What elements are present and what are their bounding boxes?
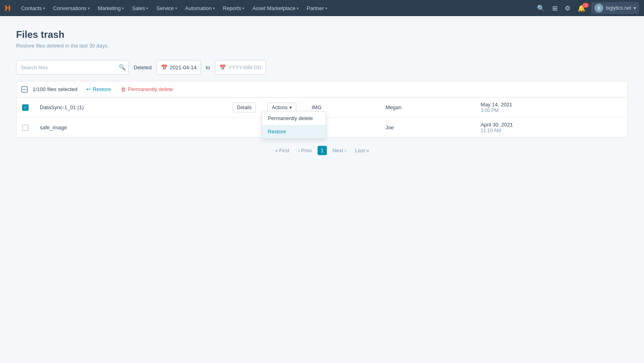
page-title: Files trash bbox=[16, 29, 628, 40]
chevron-down-icon: ▾ bbox=[297, 6, 299, 10]
dropdown-restore[interactable]: Restore bbox=[262, 125, 326, 138]
nav-right-actions: 🔍 ⊞ ⚙ 🔔 1 B biglytics.net ▾ bbox=[535, 2, 639, 14]
selected-count: 1/100 files selected bbox=[33, 86, 77, 92]
calendar-icon: 📅 bbox=[161, 64, 167, 71]
dropdown-permanently-delete[interactable]: Permanently delete bbox=[262, 112, 326, 125]
chevron-down-icon: ▾ bbox=[175, 6, 177, 10]
filter-bar: 🔍 Deleted 📅 2021-04-14 to 📅 YYYY-MM-DD bbox=[16, 60, 628, 75]
current-page-button[interactable]: 1 bbox=[318, 146, 327, 155]
user-account-button[interactable]: B biglytics.net ▾ bbox=[591, 2, 639, 14]
actions-label: Actions bbox=[272, 105, 287, 110]
deleted-label: Deleted bbox=[134, 64, 152, 71]
nav-asset-marketplace[interactable]: Asset Marketplace ▾ bbox=[248, 0, 303, 16]
date-to-placeholder: YYYY-MM-DD bbox=[228, 64, 262, 71]
chevron-down-icon: ▾ bbox=[634, 5, 636, 11]
date-from-picker[interactable]: 📅 2021-04-14 bbox=[157, 60, 201, 75]
to-label: to bbox=[206, 64, 210, 71]
restore-icon: ↩ bbox=[86, 86, 91, 92]
chevron-down-icon: ▾ bbox=[43, 6, 45, 10]
search-icon[interactable]: 🔍 bbox=[119, 64, 126, 71]
top-navigation: H Contacts ▾ Conversations ▾ Marketing ▾… bbox=[0, 0, 644, 16]
last-page-button[interactable]: Last » bbox=[352, 146, 372, 155]
chevron-down-icon: ▾ bbox=[122, 6, 124, 10]
nav-automation[interactable]: Automation ▾ bbox=[181, 0, 219, 16]
row-checkbox[interactable] bbox=[22, 124, 29, 131]
file-date: May 14, 2021 3:00 PM bbox=[475, 97, 627, 118]
page-subtitle: Restore files deleted in the last 30 day… bbox=[16, 43, 628, 49]
file-name: DataSync-1_01 (1) bbox=[40, 104, 84, 110]
nav-items: Contacts ▾ Conversations ▾ Marketing ▾ S… bbox=[17, 0, 535, 16]
table-row: DataSync-1_01 (1) Details Actions ▾ Perm… bbox=[17, 97, 628, 118]
nav-contacts[interactable]: Contacts ▾ bbox=[17, 0, 49, 16]
file-owner: Megan bbox=[380, 97, 475, 118]
chevron-down-icon: ▾ bbox=[213, 6, 215, 10]
date-to-picker[interactable]: 📅 YYYY-MM-DD bbox=[215, 60, 266, 75]
chevron-down-icon: ▾ bbox=[242, 6, 244, 10]
actions-button[interactable]: Actions ▾ bbox=[267, 103, 296, 112]
restore-button[interactable]: ↩ Restore bbox=[84, 85, 114, 94]
nav-conversations[interactable]: Conversations ▾ bbox=[49, 0, 94, 16]
actions-dropdown: Permanently delete Restore bbox=[262, 111, 326, 139]
search-icon[interactable]: 🔍 bbox=[535, 3, 547, 14]
first-page-button[interactable]: « First bbox=[272, 146, 293, 155]
chevron-down-icon: ▾ bbox=[88, 6, 90, 10]
select-all-checkbox[interactable] bbox=[21, 86, 28, 93]
prev-page-button[interactable]: ‹ Prev bbox=[295, 146, 315, 155]
nav-reports[interactable]: Reports ▾ bbox=[219, 0, 249, 16]
next-page-button[interactable]: Next › bbox=[329, 146, 349, 155]
notifications-bell[interactable]: 🔔 1 bbox=[576, 4, 587, 12]
row-checkbox[interactable] bbox=[22, 104, 29, 111]
avatar: B bbox=[594, 4, 603, 12]
pagination: « First ‹ Prev 1 Next › Last » bbox=[16, 146, 628, 155]
table-toolbar: 1/100 files selected ↩ Restore 🗑 Permane… bbox=[16, 81, 628, 97]
file-owner: Joe bbox=[380, 118, 475, 138]
search-input[interactable] bbox=[16, 60, 129, 75]
page-content: Files trash Restore files deleted in the… bbox=[0, 16, 644, 168]
chevron-right-icon: › bbox=[345, 147, 346, 153]
search-box: 🔍 bbox=[16, 60, 129, 75]
chevron-down-icon: ▾ bbox=[325, 6, 327, 10]
chevron-down-icon: ▾ bbox=[146, 6, 148, 10]
nav-marketing[interactable]: Marketing ▾ bbox=[94, 0, 128, 16]
chevron-down-icon: ▾ bbox=[289, 105, 292, 110]
nav-sales[interactable]: Sales ▾ bbox=[128, 0, 153, 16]
nav-partner[interactable]: Partner ▾ bbox=[303, 0, 331, 16]
file-name: safe_image bbox=[40, 124, 67, 131]
trash-icon: 🗑 bbox=[121, 86, 126, 92]
double-chevron-left-icon: « bbox=[275, 147, 278, 153]
file-date: April 30, 2021 11:10 AM bbox=[475, 118, 627, 138]
nav-service[interactable]: Service ▾ bbox=[152, 0, 181, 16]
user-domain: biglytics.net bbox=[606, 5, 631, 11]
permanently-delete-label: Permanently delete bbox=[128, 86, 173, 92]
restore-label: Restore bbox=[93, 86, 111, 92]
permanently-delete-button[interactable]: 🗑 Permanently delete bbox=[118, 85, 175, 94]
calendar-icon: 📅 bbox=[219, 64, 226, 71]
notification-count: 1 bbox=[582, 3, 589, 8]
date-from-value: 2021-04-14 bbox=[170, 64, 197, 71]
chevron-left-icon: ‹ bbox=[298, 147, 300, 153]
details-button[interactable]: Details bbox=[233, 103, 256, 112]
files-table: DataSync-1_01 (1) Details Actions ▾ Perm… bbox=[16, 97, 628, 138]
marketplace-icon[interactable]: ⊞ bbox=[551, 3, 559, 14]
settings-icon[interactable]: ⚙ bbox=[563, 3, 572, 14]
hubspot-logo[interactable]: H bbox=[5, 4, 10, 13]
double-chevron-right-icon: » bbox=[366, 147, 369, 153]
